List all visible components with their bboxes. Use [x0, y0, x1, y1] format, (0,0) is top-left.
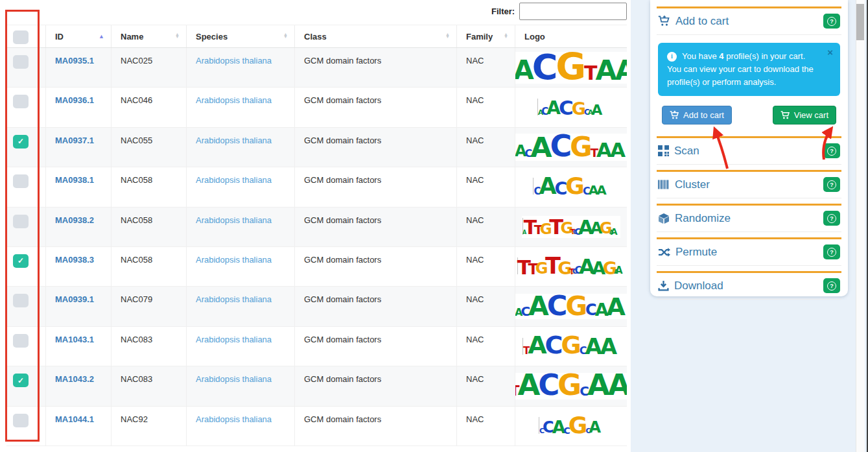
- add-to-cart-section-toggle[interactable]: Add to cart: [658, 15, 729, 28]
- species-link[interactable]: Arabidopsis thaliana: [186, 208, 294, 246]
- help-button[interactable]: ?: [823, 244, 840, 259]
- profile-name: NAC058: [111, 208, 186, 246]
- species-link[interactable]: Arabidopsis thaliana: [186, 247, 294, 286]
- species-link[interactable]: Arabidopsis thaliana: [186, 128, 294, 167]
- sequence-logo: TACGTAAC: [515, 52, 627, 84]
- cart-icon: [780, 110, 790, 120]
- question-icon: ?: [827, 147, 836, 156]
- cluster-section-toggle[interactable]: Cluster: [658, 178, 710, 191]
- row-checkbox[interactable]: ✓: [13, 374, 29, 387]
- table-row: ✓ MA0938.3 NAC058 Arabidopsis thaliana G…: [6, 247, 627, 287]
- species-link[interactable]: Arabidopsis thaliana: [186, 287, 294, 326]
- profile-family: NAC: [456, 88, 515, 126]
- add-to-cart-button[interactable]: Add to cart: [662, 106, 732, 125]
- sequence-logo: TACGCAA: [515, 373, 627, 399]
- help-button[interactable]: ?: [823, 278, 840, 293]
- row-checkbox[interactable]: ✓: [13, 254, 29, 268]
- column-header-class[interactable]: Class ▲▼: [294, 25, 456, 47]
- scrollbar-track[interactable]: [856, 0, 865, 452]
- cart-count-line: You have 4 profile(s) in your cart.: [682, 50, 805, 63]
- cart-hint-line: You can view your cart to download the p…: [667, 63, 823, 89]
- table-row: MA0939.1 NAC079 Arabidopsis thaliana GCM…: [6, 287, 627, 326]
- profile-id-link[interactable]: MA0938.3: [45, 247, 111, 286]
- table-row: ✓ MA0937.1 NAC055 Arabidopsis thaliana G…: [6, 128, 627, 167]
- profile-name: NAC055: [111, 128, 186, 167]
- profile-class: GCM domain factors: [294, 208, 456, 246]
- shuffle-icon: [658, 247, 670, 257]
- sort-icon[interactable]: ▲▼: [175, 33, 180, 39]
- table-row: MA0936.1 NAC046 Arabidopsis thaliana GCM…: [6, 88, 627, 127]
- column-header-logo: Logo: [515, 25, 627, 47]
- species-link[interactable]: Arabidopsis thaliana: [186, 88, 294, 126]
- help-button[interactable]: ?: [823, 143, 840, 158]
- profile-id-link[interactable]: MA1044.1: [45, 407, 111, 446]
- section-scan: Scan ?: [657, 138, 841, 165]
- row-checkbox[interactable]: [13, 95, 29, 108]
- profile-class: GCM domain factors: [294, 407, 456, 446]
- profile-id-link[interactable]: MA1043.1: [45, 327, 111, 366]
- profile-id-link[interactable]: MA0936.1: [45, 88, 111, 126]
- column-header-family[interactable]: Family ▲▼: [456, 25, 515, 47]
- table-row: MA1044.1 NAC92 Arabidopsis thaliana GCM …: [6, 407, 627, 446]
- download-section-toggle[interactable]: Download: [658, 280, 723, 292]
- sort-icon[interactable]: ▲▼: [504, 33, 508, 39]
- row-checkbox[interactable]: [13, 174, 29, 188]
- barcode-icon: [658, 180, 670, 189]
- profile-class: GCM domain factors: [294, 327, 456, 366]
- row-checkbox[interactable]: [13, 215, 29, 228]
- profile-name: NAC083: [111, 366, 186, 405]
- section-add-to-cart: Add to cart ?: [657, 8, 841, 35]
- species-link[interactable]: Arabidopsis thaliana: [186, 48, 294, 87]
- row-checkbox[interactable]: [13, 334, 29, 348]
- sort-asc-icon[interactable]: ▲: [99, 33, 104, 40]
- row-checkbox[interactable]: [13, 414, 29, 427]
- profile-name: NAC079: [111, 287, 186, 326]
- permute-section-toggle[interactable]: Permute: [658, 246, 717, 259]
- table-row: MA0938.1 NAC058 Arabidopsis thaliana GCM…: [6, 167, 627, 207]
- profile-id-link[interactable]: MA0937.1: [45, 128, 111, 167]
- scrollbar-thumb[interactable]: [856, 4, 864, 40]
- help-button[interactable]: ?: [823, 211, 840, 226]
- profile-id-link[interactable]: MA0935.1: [45, 48, 111, 87]
- species-link[interactable]: Arabidopsis thaliana: [186, 327, 294, 366]
- question-icon: ?: [827, 281, 836, 291]
- row-checkbox[interactable]: ✓: [13, 135, 29, 149]
- sequence-logo: CCACGCA: [537, 415, 605, 437]
- select-all-cell: [6, 25, 45, 47]
- cube-icon: [658, 213, 670, 224]
- select-all-checkbox[interactable]: [13, 30, 29, 44]
- profile-name: NAC025: [111, 48, 186, 87]
- profile-id-link[interactable]: MA1043.2: [45, 366, 111, 405]
- randomize-section-toggle[interactable]: Randomize: [658, 212, 731, 225]
- profile-id-link[interactable]: MA0939.1: [45, 287, 111, 326]
- row-checkbox[interactable]: [13, 294, 29, 307]
- profile-family: NAC: [456, 247, 515, 286]
- help-button[interactable]: ?: [823, 14, 840, 29]
- sequence-logo: ACACGTAA: [515, 134, 627, 160]
- sequence-logo: ACACGCAA: [536, 97, 607, 119]
- column-header-species[interactable]: Species ▲▼: [186, 25, 294, 47]
- profile-class: GCM domain factors: [294, 247, 456, 286]
- help-button[interactable]: ?: [823, 177, 840, 192]
- profile-id-link[interactable]: MA0938.1: [45, 167, 111, 206]
- species-link[interactable]: Arabidopsis thaliana: [186, 167, 294, 206]
- sort-icon[interactable]: ▲▼: [445, 33, 450, 39]
- filter-label: Filter:: [491, 6, 515, 16]
- profile-family: NAC: [456, 366, 515, 405]
- species-link[interactable]: Arabidopsis thaliana: [186, 407, 294, 446]
- column-header-name[interactable]: Name ▲▼: [111, 25, 186, 47]
- species-link[interactable]: Arabidopsis thaliana: [186, 366, 294, 405]
- sort-icon[interactable]: ▲▼: [283, 33, 288, 39]
- close-icon[interactable]: ×: [827, 47, 833, 57]
- scan-section-toggle[interactable]: Scan: [658, 145, 699, 158]
- row-checkbox[interactable]: [13, 55, 29, 69]
- table-row: MA1043.1 NAC083 Arabidopsis thaliana GCM…: [6, 327, 627, 366]
- profile-class: GCM domain factors: [294, 366, 456, 405]
- column-header-id[interactable]: ID ▲: [45, 25, 111, 47]
- profile-name: NAC92: [111, 407, 186, 446]
- profile-id-link[interactable]: MA0938.2: [45, 208, 111, 246]
- view-cart-button[interactable]: View cart: [773, 106, 836, 125]
- profile-name: NAC046: [111, 88, 186, 126]
- table-row: MA0935.1 NAC025 Arabidopsis thaliana GCM…: [6, 48, 627, 88]
- filter-input[interactable]: [519, 3, 627, 20]
